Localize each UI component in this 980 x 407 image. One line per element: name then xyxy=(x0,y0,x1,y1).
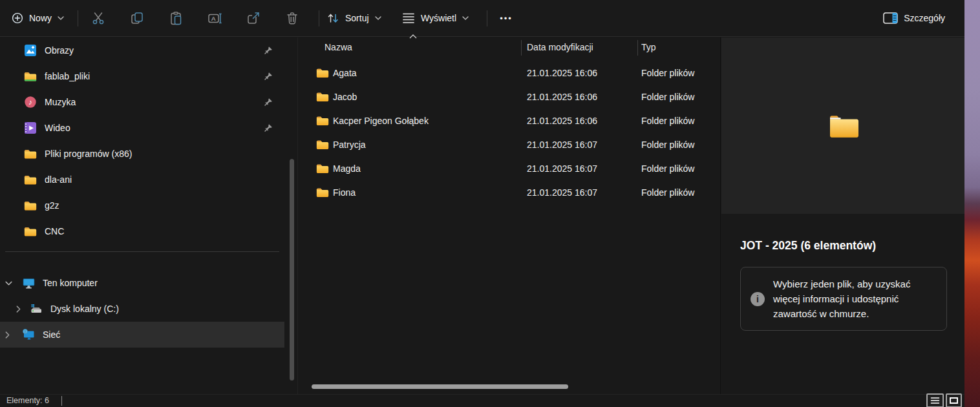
pin-icon xyxy=(263,98,273,107)
details-view-toggle[interactable] xyxy=(926,393,944,407)
file-row[interactable]: Agata 21.01.2025 16:06 Folder plików xyxy=(298,62,715,86)
desktop-screen: Nowy xyxy=(0,0,980,407)
plus-circle-icon xyxy=(12,12,23,24)
column-resize-handle[interactable] xyxy=(521,40,522,56)
horizontal-scrollbar[interactable] xyxy=(312,384,568,389)
view-button-label: Wyświetl xyxy=(421,13,456,23)
details-pane-label: Szczegóły xyxy=(904,13,945,23)
chevron-down-icon xyxy=(462,16,469,20)
sidebar-item-fablab-pliki[interactable]: fablab_pliki xyxy=(0,63,284,89)
folder-icon xyxy=(316,92,329,102)
folder-preview-icon xyxy=(829,114,858,138)
file-row[interactable]: Fiona 21.01.2025 16:07 Folder plików xyxy=(298,182,715,205)
share-button[interactable] xyxy=(240,5,266,31)
toolbar-divider xyxy=(487,10,487,26)
view-lines-icon xyxy=(402,12,415,24)
cut-button[interactable] xyxy=(85,5,111,31)
sidebar-scrollbar[interactable] xyxy=(290,159,294,381)
video-icon xyxy=(24,122,37,134)
preview-area xyxy=(721,37,965,214)
new-button[interactable]: Nowy xyxy=(6,5,69,31)
folder-icon xyxy=(316,68,329,78)
cut-icon xyxy=(91,11,105,25)
details-pane-icon xyxy=(883,12,898,24)
column-header-row: Nazwa Data modyfikacji Typ xyxy=(298,37,720,61)
folder-icon xyxy=(316,116,329,126)
sidebar-item-g2z[interactable]: g2z xyxy=(0,193,284,218)
sidebar-item-ten-komputer[interactable]: Ten komputer xyxy=(0,270,284,296)
folder-green-icon xyxy=(24,71,37,82)
sidebar-item-obrazy[interactable]: Obrazy xyxy=(0,37,284,63)
sort-button[interactable]: Sortuj xyxy=(326,5,381,31)
paste-button[interactable] xyxy=(163,5,189,31)
pin-icon xyxy=(263,72,273,81)
file-row[interactable]: Kacper Pigeon Gołąbek 21.01.2025 16:06 F… xyxy=(298,110,715,134)
sidebar-divider xyxy=(5,251,279,252)
chevron-right-icon[interactable] xyxy=(16,306,21,313)
share-icon xyxy=(246,11,261,25)
folder-icon xyxy=(316,163,329,174)
chevron-down-icon[interactable] xyxy=(5,281,12,286)
new-button-label: Nowy xyxy=(29,13,52,23)
column-header-modified[interactable]: Data modyfikacji xyxy=(527,42,593,52)
svg-text:♪: ♪ xyxy=(28,98,32,106)
details-pane: JOT - 2025 (6 elementów) i Wybierz jeden… xyxy=(720,37,964,394)
pin-icon xyxy=(263,123,273,133)
details-pane-toggle[interactable]: Szczegóły xyxy=(883,5,945,31)
info-message: Wybierz jeden plik, aby uzyskać więcej i… xyxy=(773,277,936,321)
large-icons-view-icon xyxy=(950,397,958,404)
sidebar-item-dla-ani[interactable]: dla-ani xyxy=(0,167,284,193)
computer-icon xyxy=(22,278,35,289)
copy-icon xyxy=(130,11,144,25)
file-list-pane: Nazwa Data modyfikacji Typ Agata 21.01.2… xyxy=(297,37,719,394)
sidebar-item-wideo[interactable]: Wideo xyxy=(0,115,284,141)
drive-icon xyxy=(30,304,43,314)
rename-button[interactable]: A xyxy=(202,5,228,31)
column-header-name[interactable]: Nazwa xyxy=(325,42,352,52)
pictures-icon xyxy=(24,45,37,56)
file-row[interactable]: Patrycja 21.01.2025 16:07 Folder plików xyxy=(298,134,715,158)
toolbar-divider xyxy=(78,10,78,26)
status-bar: Elementy: 6 xyxy=(0,394,964,407)
sidebar-item-cnc[interactable]: CNC xyxy=(0,218,284,244)
items-count-label: Elementy: 6 xyxy=(6,396,49,405)
chevron-down-icon xyxy=(58,16,64,20)
info-box: i Wybierz jeden plik, aby uzyskać więcej… xyxy=(740,267,947,331)
folder-icon xyxy=(24,149,37,160)
sort-button-label: Sortuj xyxy=(345,13,369,23)
sort-arrows-icon xyxy=(326,12,339,25)
sidebar-item-siec[interactable]: Sieć xyxy=(0,322,284,348)
folder-icon xyxy=(24,226,37,237)
more-ellipsis-icon: ••• xyxy=(500,14,513,23)
sort-ascending-icon xyxy=(409,34,417,39)
sidebar-item-dysk-lokalny-c[interactable]: Dysk lokalny (C:) xyxy=(0,296,284,322)
svg-text:A: A xyxy=(211,15,216,22)
navigation-sidebar: Obrazy fablab_pliki ♪ Muzyka xyxy=(0,37,297,394)
music-icon: ♪ xyxy=(24,96,37,108)
folder-icon xyxy=(316,140,329,150)
sidebar-item-muzyka[interactable]: ♪ Muzyka xyxy=(0,89,284,115)
sidebar-item-pliki-programow-x86[interactable]: Pliki programów (x86) xyxy=(0,141,284,167)
copy-button[interactable] xyxy=(124,5,150,31)
column-resize-handle[interactable] xyxy=(637,40,638,56)
delete-icon xyxy=(285,11,299,25)
delete-button[interactable] xyxy=(279,5,305,31)
desktop-wallpaper xyxy=(964,0,980,407)
file-row[interactable]: Magda 21.01.2025 16:07 Folder plików xyxy=(298,158,715,182)
command-toolbar: Nowy xyxy=(0,0,964,37)
folder-icon xyxy=(24,174,37,185)
more-options-button[interactable]: ••• xyxy=(493,5,519,31)
details-title: JOT - 2025 (6 elementów) xyxy=(740,239,876,253)
view-button[interactable]: Wyświetl xyxy=(402,5,469,31)
rename-icon: A xyxy=(208,11,222,25)
toolbar-divider xyxy=(319,10,319,26)
file-row[interactable]: Jacob 21.01.2025 16:06 Folder plików xyxy=(298,86,715,110)
pin-icon xyxy=(263,46,273,56)
status-bar-divider xyxy=(61,396,62,406)
large-icons-view-toggle[interactable] xyxy=(946,393,962,407)
chevron-right-icon[interactable] xyxy=(5,331,10,339)
file-explorer-window: Nowy xyxy=(0,0,964,407)
folder-icon xyxy=(316,187,329,198)
column-header-type[interactable]: Typ xyxy=(641,42,656,52)
network-icon xyxy=(22,329,35,340)
